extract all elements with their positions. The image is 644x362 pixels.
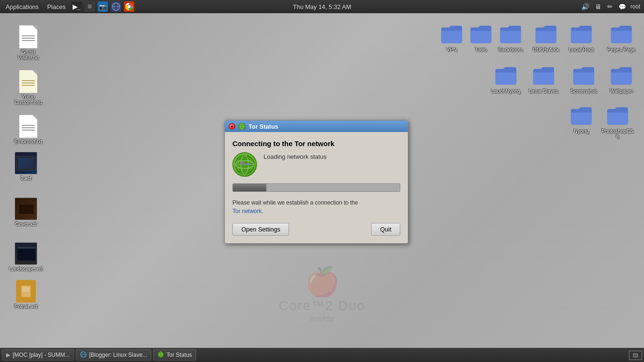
desktop-icon-ddos[interactable]: DDOS Atck [527,21,565,54]
blogger-icon [80,351,87,359]
moc-label: [MOC [play] - SUMM... [13,352,70,358]
svg-rect-7 [23,287,29,292]
desktop-icon-yutup[interactable]: Yutup Custom.osp [9,68,47,107]
desktop-icon-screenshot[interactable]: Screenshot [565,63,603,96]
progress-bar-container [232,183,400,192]
pen-icon[interactable]: ✏ [606,3,614,10]
dialog-close-button[interactable]: ● [229,123,235,130]
desktop-icon-wallpaper[interactable]: Wallpaper [603,63,640,96]
desktop-icon-backdoors[interactable]: Backdoors [492,21,529,54]
folder-linux-slaves-icon [532,66,555,86]
folder-nyong-icon [570,106,593,126]
folder-lauchnyong-icon [495,66,517,86]
folder-screenshot-icon [572,66,595,86]
blogger-label: [Blogger: Linux Slave... [89,352,147,358]
txt-file-icon [19,25,38,49]
volume-icon[interactable]: 🔊 [580,3,591,10]
desktop-icon-potrait[interactable]: Potrait.xcf [7,278,45,311]
menu-icon[interactable]: ≡ [84,1,95,12]
username: root [630,3,640,10]
dialog-body: Connecting to the Tor network [225,132,408,243]
chrome-icon[interactable] [124,1,134,12]
txt-file-icon2 [19,115,38,138]
user-display: 💬 [617,3,627,10]
display-icon[interactable]: 🖥 [594,3,603,10]
folder-ddos-icon [535,25,557,44]
dialog-title-label: Tor Status [248,123,278,130]
desktop-icon-photoshopcs6[interactable]: PhotoshopCS6 [599,103,636,141]
taskbar-top: Applications Places ▶_ ≡ 📷 [0,0,644,13]
folder-vpn-icon [440,25,463,44]
dialog-titlebar-left: ● Tor Status [229,123,278,130]
tor-status-icon [157,351,164,359]
desktop-icon-embrond[interactable]: Embrond.txt [9,113,47,146]
dialog-tor-small-icon [238,123,246,130]
tor-status-label: Tor Status [166,352,192,358]
dialog-message: Please wait while we establish a connect… [232,198,400,215]
taskbar-bottom-right [629,351,642,360]
taskbar-right: 🔊 🖥 ✏ 💬 root [580,3,644,10]
desktop-icon-2xcf[interactable]: 2.xcf [7,150,45,183]
folder-backdoors-icon [499,25,522,44]
svg-point-5 [128,5,131,8]
folder-photoshop-icon [606,106,629,126]
taskbar-moc-play[interactable]: ▶ [MOC [play] - SUMM... [2,349,74,361]
folder-tools-icon [470,25,492,44]
osp-file-icon [19,70,38,93]
screenshot-app-icon[interactable]: 📷 [98,1,108,12]
desktop-icon-lauchnyong[interactable]: LauchNyong [487,63,525,96]
places-menu[interactable]: Places [43,0,69,13]
applications-menu[interactable]: Applications [2,0,42,13]
folder-wallpaper-icon [610,66,633,86]
desktop-icon-nyong[interactable]: Nyong [562,103,600,136]
xcf-thumbnail-cover [15,197,37,220]
progress-bar-fill [233,184,266,191]
desktop-icon-local-root[interactable]: Local Root [562,21,600,54]
xcf-thumbnail-landscape [15,242,37,265]
datetime-display: Thu May 14, 5:32 AM [293,3,351,10]
taskbar-left: Applications Places ▶_ ≡ 📷 [0,0,135,13]
dialog-titlebar: ● Tor Status [225,121,408,132]
taskbar-tor-status[interactable]: Tor Status [153,349,196,361]
moc-icon: ▶ [6,352,10,358]
screen-layout-btn[interactable] [629,351,642,360]
dialog-status-line: Loading network status [264,152,327,162]
taskbar-bottom: ▶ [MOC [play] - SUMM... [Blogger: Linux … [0,348,644,362]
terminal-icon[interactable]: ▶_ [71,1,82,12]
svg-point-19 [235,161,254,168]
desktop-icon-pepes-page[interactable]: Pepes Page [603,21,640,54]
desktop-icon-linux-slaves[interactable]: Linux Slaves [525,63,562,96]
network-icon[interactable] [111,1,121,12]
taskbar-blogger[interactable]: [Blogger: Linux Slave... [76,349,151,361]
folder-local-root-icon [570,25,593,44]
open-settings-button[interactable]: Open Settings [232,223,289,236]
potrait-thumbnail [16,280,36,303]
dialog-buttons: Open Settings Quit [232,223,400,236]
dialog-heading: Connecting to the Tor network [232,140,400,148]
dialog-icon-row: Loading network status [232,152,400,177]
desktop-icon-cover[interactable]: Cover.xcf [7,196,45,229]
desktop-icon-landscape[interactable]: Landscape.xcf [7,240,45,273]
folder-pepes-icon [610,25,633,44]
quit-button[interactable]: Quit [371,223,400,236]
tor-globe-icon [232,152,257,177]
tor-status-dialog[interactable]: ● Tor Status Connecting to the Tor netwo… [224,120,408,244]
desktop-icon-ghost-visitor[interactable]: Ghost Visitor.txt [9,24,47,62]
dialog-status-area: Loading network status [264,152,327,162]
xcf-thumbnail-2 [15,152,37,174]
